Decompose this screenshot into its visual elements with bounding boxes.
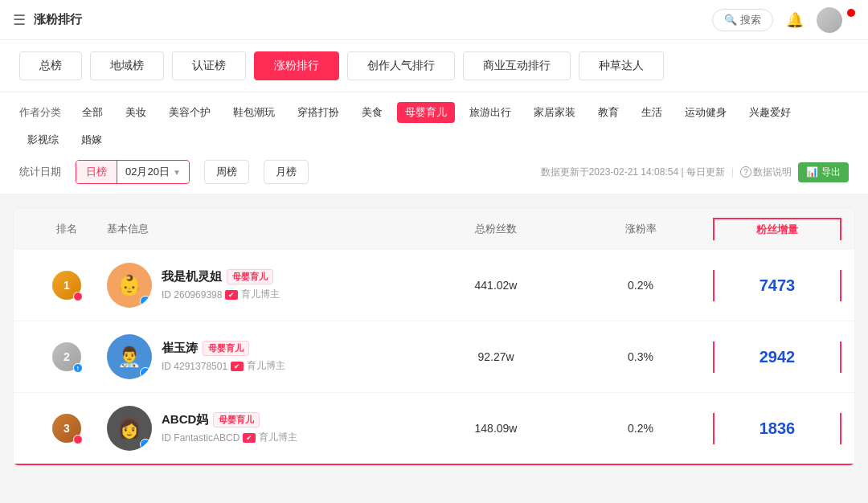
weekly-btn[interactable]: 周榜 — [204, 160, 249, 184]
rank-cell-1: 1 — [27, 271, 107, 300]
category-education[interactable]: 教育 — [590, 102, 627, 123]
user-details-1: 我是机灵姐 母婴育儿 ID 260969398 ✔ 育儿博主 — [162, 269, 280, 301]
avatar-2: 👨‍⚕️ — [107, 334, 152, 379]
filter-area: 作者分类 全部 美妆 美容个护 鞋包潮玩 穿搭打扮 美食 母婴育儿 旅游出行 家… — [0, 92, 868, 194]
rank-indicator-3 — [73, 435, 83, 444]
user-name-2: 崔玉涛 母婴育儿 — [162, 341, 285, 356]
notification-dot — [847, 9, 855, 17]
date-filter-box: 日榜 02月20日 ▼ — [76, 160, 190, 184]
bell-icon[interactable]: 🔔 — [786, 11, 804, 29]
verified-dot-3 — [140, 439, 151, 450]
fan-increase-3: 1836 — [713, 413, 841, 444]
author-category-label: 作者分类 — [19, 105, 68, 120]
separator: | — [731, 166, 734, 178]
rank-badge-1: 1 — [52, 271, 81, 300]
avatar-3: 👩 — [107, 406, 152, 451]
category-sports[interactable]: 运动健身 — [677, 102, 735, 123]
user-details-2: 崔玉涛 母婴育儿 ID 4291378501 ✔ 育儿博主 — [162, 341, 285, 373]
tab-fan-growth[interactable]: 涨粉排行 — [254, 51, 339, 80]
user-name-1: 我是机灵姐 母婴育儿 — [162, 269, 280, 284]
fan-increase-1: 7473 — [713, 270, 841, 301]
tab-creator[interactable]: 创作人气排行 — [347, 51, 455, 80]
question-icon: ? — [740, 166, 751, 178]
user-info-1: 👶 我是机灵姐 母婴育儿 ID 260969398 ✔ 育儿博主 — [107, 263, 424, 308]
table-row: 2 ! 👨‍⚕️ 崔玉涛 母婴育儿 ID 4291378501 ✔ 育儿博主 — [14, 321, 854, 393]
rankings-table: 排名 基本信息 总粉丝数 涨粉率 粉丝增量 1 👶 我是机灵姐 母婴育儿 — [13, 207, 855, 466]
excel-icon: 📊 — [806, 166, 818, 178]
tab-regional[interactable]: 地域榜 — [90, 51, 164, 80]
category-entertainment[interactable]: 影视综 — [19, 129, 67, 150]
tab-commercial[interactable]: 商业互动排行 — [463, 51, 571, 80]
date-label: 统计日期 — [19, 165, 68, 179]
dropdown-arrow: ▼ — [173, 168, 181, 177]
menu-icon[interactable]: ☰ — [13, 11, 26, 29]
rank-badge-3: 3 — [52, 414, 81, 443]
verified-dot-2 — [140, 367, 151, 378]
verified-dot-1 — [140, 296, 151, 307]
category-wedding[interactable]: 婚嫁 — [73, 129, 110, 150]
fan-increase-2: 2942 — [713, 341, 841, 373]
col-rank: 排名 — [27, 222, 107, 236]
data-note-btn[interactable]: ? 数据说明 — [740, 166, 792, 179]
rank-indicator-1 — [73, 292, 83, 301]
user-info-3: 👩 ABCD妈 母婴育儿 ID FantasticABCD ✔ 育儿博主 — [107, 406, 424, 451]
user-name-3: ABCD妈 母婴育儿 — [162, 412, 297, 427]
total-fans-3: 148.09w — [424, 422, 568, 435]
category-baby[interactable]: 母婴育儿 — [397, 102, 455, 123]
data-note-label: 数据说明 — [753, 166, 792, 179]
search-icon: 🔍 — [724, 14, 737, 26]
verified-badge-1: ✔ — [225, 290, 238, 300]
user-details-3: ABCD妈 母婴育儿 ID FantasticABCD ✔ 育儿博主 — [162, 412, 297, 444]
col-growth-rate: 涨粉率 — [568, 222, 713, 236]
monthly-btn[interactable]: 月榜 — [264, 160, 309, 184]
growth-rate-1: 0.2% — [568, 279, 713, 292]
date-value: 02月20日 — [125, 165, 170, 179]
growth-rate-2: 0.3% — [568, 350, 713, 363]
category-travel[interactable]: 旅游出行 — [461, 102, 519, 123]
nav-title: 涨粉排行 — [34, 12, 82, 27]
total-fans-2: 92.27w — [424, 350, 568, 363]
search-button[interactable]: 🔍 搜索 — [712, 9, 773, 31]
user-info-2: 👨‍⚕️ 崔玉涛 母婴育儿 ID 4291378501 ✔ 育儿博主 — [107, 334, 424, 379]
user-id-1: ID 260969398 ✔ 育儿博主 — [162, 288, 280, 301]
top-nav-right: 🔍 搜索 🔔 — [712, 7, 855, 33]
category-food[interactable]: 美食 — [354, 102, 391, 123]
category-life[interactable]: 生活 — [633, 102, 670, 123]
user-id-3: ID FantasticABCD ✔ 育儿博主 — [162, 431, 297, 444]
category-all[interactable]: 全部 — [74, 102, 111, 123]
top-nav: ☰ 涨粉排行 🔍 搜索 🔔 — [0, 0, 868, 40]
search-label: 搜索 — [740, 13, 761, 27]
tab-general[interactable]: 总榜 — [19, 51, 82, 80]
col-info: 基本信息 — [107, 222, 424, 236]
category-shoes[interactable]: 鞋包潮玩 — [225, 102, 283, 123]
rank-cell-3: 3 — [27, 414, 107, 443]
category-skincare[interactable]: 美容个护 — [161, 102, 219, 123]
date-selector[interactable]: 02月20日 ▼ — [117, 162, 189, 182]
col-fan-increase: 粉丝增量 — [713, 218, 841, 240]
tab-bar: 总榜 地域榜 认证榜 涨粉排行 创作人气排行 商业互动排行 种草达人 — [0, 40, 868, 92]
rank-badge-2: 2 ! — [52, 342, 81, 371]
verified-badge-3: ✔ — [243, 433, 256, 443]
category-hobby[interactable]: 兴趣爱好 — [741, 102, 799, 123]
user-category-tag-2: 母婴育儿 — [203, 341, 249, 356]
update-info-area: 数据更新于2023-02-21 14:08:54 | 每日更新 | ? 数据说明… — [541, 162, 849, 182]
avatar-1: 👶 — [107, 263, 152, 308]
category-fashion[interactable]: 穿搭打扮 — [289, 102, 347, 123]
export-label: 导出 — [821, 166, 841, 179]
verified-badge-2: ✔ — [231, 362, 244, 371]
rank-indicator-2: ! — [73, 363, 83, 373]
table-row: 3 👩 ABCD妈 母婴育儿 ID FantasticABCD ✔ 育儿博主 — [14, 393, 854, 465]
category-filter-row: 作者分类 全部 美妆 美容个护 鞋包潮玩 穿搭打扮 美食 母婴育儿 旅游出行 家… — [19, 102, 849, 150]
export-button[interactable]: 📊 导出 — [798, 162, 849, 182]
category-home[interactable]: 家居家装 — [526, 102, 583, 123]
table-header: 排名 基本信息 总粉丝数 涨粉率 粉丝增量 — [14, 208, 854, 250]
rank-cell-2: 2 ! — [27, 342, 107, 371]
user-id-2: ID 4291378501 ✔ 育儿博主 — [162, 359, 285, 373]
daily-tab[interactable]: 日榜 — [76, 161, 117, 183]
user-avatar-nav[interactable] — [817, 7, 842, 33]
category-beauty[interactable]: 美妆 — [117, 102, 154, 123]
tab-grass[interactable]: 种草达人 — [579, 51, 664, 80]
tab-certified[interactable]: 认证榜 — [172, 51, 246, 80]
user-category-tag-1: 母婴育儿 — [227, 269, 273, 284]
total-fans-1: 441.02w — [424, 279, 568, 292]
